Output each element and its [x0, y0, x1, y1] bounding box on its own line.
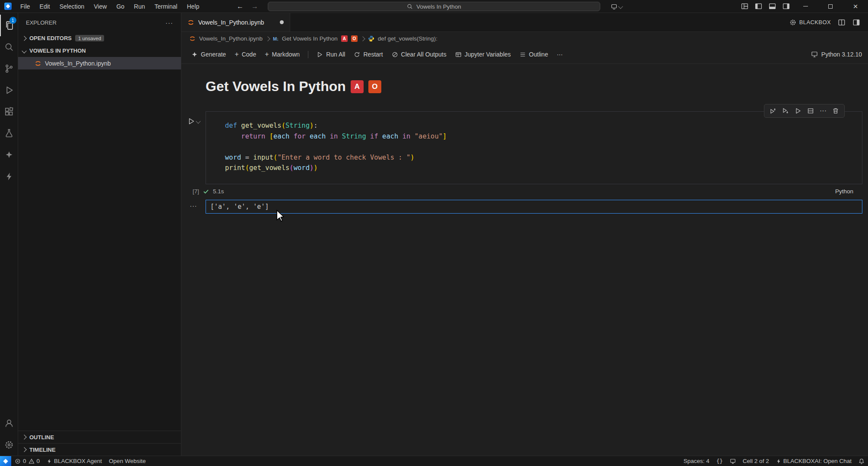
spaces-indicator[interactable]: Spaces: 4 [680, 456, 713, 466]
restart-button[interactable]: Restart [350, 49, 386, 60]
delete-cell-icon[interactable] [830, 106, 841, 116]
markdown-cell[interactable]: Get Vowels In Python A O [206, 79, 868, 94]
add-code-button[interactable]: + Code [231, 49, 260, 60]
code-editor[interactable]: def get_vowels(String): return [each for… [206, 111, 862, 184]
add-code-label: Code [242, 51, 256, 58]
statusbar-right: Spaces: 4 {} Cell 2 of 2 BLACKBOXAI: Ope… [680, 456, 868, 466]
breadcrumb-symbol[interactable]: def get_vowels(String): [378, 35, 437, 42]
sidebar-more-icon[interactable]: ··· [165, 19, 173, 26]
open-editors-section[interactable]: OPEN EDITORS 1 unsaved [18, 32, 181, 44]
extensions-icon [4, 107, 14, 116]
menu-help[interactable]: Help [182, 0, 204, 13]
jupyter-variables-button[interactable]: Jupyter Variables [451, 49, 515, 60]
toolbar-more-button[interactable]: ··· [553, 49, 567, 60]
open-website-button[interactable]: Open Website [105, 456, 149, 466]
activity-account[interactable] [0, 412, 18, 434]
run-cell-icon[interactable] [792, 106, 804, 116]
tab-notebook[interactable]: Vowels_In_Python.ipynb [181, 13, 290, 31]
menu-terminal[interactable]: Terminal [150, 0, 182, 13]
menu-go[interactable]: Go [111, 0, 129, 13]
problems-indicator[interactable]: 0 0 [11, 456, 43, 466]
run-all-button[interactable]: Run All [313, 49, 349, 60]
bell-icon[interactable] [855, 456, 868, 466]
add-markdown-button[interactable]: + Markdown [261, 49, 304, 60]
command-center-search[interactable]: Vowels In Python [268, 2, 600, 11]
restart-label: Restart [363, 51, 383, 58]
menu-view[interactable]: View [89, 0, 111, 13]
close-button[interactable]: × [843, 0, 868, 13]
customize-layout-icon[interactable] [738, 0, 751, 13]
activity-blackbox-ai[interactable] [0, 144, 18, 166]
activity-agent[interactable] [0, 166, 18, 187]
success-check-icon [203, 189, 209, 195]
minimize-button[interactable] [793, 0, 818, 13]
split-cell-icon[interactable] [805, 106, 816, 116]
folder-label: VOWELS IN PYTHON [29, 47, 86, 54]
menu-run[interactable]: Run [129, 0, 150, 13]
breadcrumb-section[interactable]: Get Vowels In Python [282, 35, 338, 42]
run-cell-icon[interactable] [187, 117, 195, 125]
more-icon: ··· [557, 51, 563, 58]
blackbox-logo-icon[interactable] [0, 456, 11, 466]
lightning-icon [776, 459, 781, 464]
remote-indicator-icon[interactable] [726, 456, 739, 466]
blackbox-agent-button[interactable]: BLACKBOX Agent [43, 456, 105, 466]
activity-extensions[interactable] [0, 101, 18, 123]
editor-area: Vowels_In_Python.ipynb BLACKBOX [181, 13, 868, 456]
explorer-sidebar: EXPLORER ··· OPEN EDITORS 1 unsaved VOWE… [18, 13, 181, 456]
activity-source-control[interactable] [0, 58, 18, 79]
folder-section[interactable]: VOWELS IN PYTHON [18, 44, 181, 57]
blackbox-settings-button[interactable]: BLACKBOX [789, 19, 831, 26]
execute-above-icon[interactable] [767, 106, 779, 116]
warning-count: 0 [37, 458, 40, 464]
ai-menu-button[interactable] [608, 1, 625, 12]
mouse-cursor [276, 210, 285, 222]
run-dropdown-icon[interactable] [196, 119, 200, 123]
outline-button[interactable]: Outline [516, 49, 552, 60]
gear-icon [789, 19, 796, 26]
activity-settings[interactable] [0, 434, 18, 456]
maximize-button[interactable] [818, 0, 843, 13]
modified-dot-icon[interactable] [280, 20, 284, 24]
output-box[interactable]: ['a', 'e', 'e'] [206, 200, 862, 214]
kernel-picker[interactable]: Python 3.12.10 [811, 51, 862, 58]
activity-testing[interactable] [0, 123, 18, 144]
toggle-panel-icon[interactable] [765, 0, 779, 13]
cell-position-indicator[interactable]: Cell 2 of 2 [739, 456, 773, 466]
file-item-notebook[interactable]: Vowels_In_Python.ipynb [18, 57, 181, 69]
badge-a: A [341, 35, 348, 42]
activity-run-debug[interactable] [0, 79, 18, 101]
split-editor-icon[interactable] [838, 19, 846, 26]
output-more-actions-icon[interactable]: ··· [181, 200, 206, 214]
menu-file[interactable]: File [16, 0, 35, 13]
open-chat-button[interactable]: BLACKBOXAI: Open Chat [773, 456, 855, 466]
outline-section[interactable]: OUTLINE [18, 431, 181, 443]
outline-label: OUTLINE [29, 434, 54, 441]
breadcrumb: Vowels_In_Python.ipynb M↓ Get Vowels In … [181, 32, 868, 45]
jupyter-file-icon [35, 60, 41, 67]
variables-table-icon [455, 51, 462, 58]
lightning-icon [5, 172, 13, 181]
menu-edit[interactable]: Edit [35, 0, 55, 13]
activity-explorer[interactable]: 1 [0, 15, 18, 36]
editor-layout-icon[interactable] [852, 19, 860, 26]
go-back-icon[interactable]: ← [237, 3, 244, 10]
menu-selection[interactable]: Selection [55, 0, 89, 13]
breadcrumb-file[interactable]: Vowels_In_Python.ipynb [199, 35, 263, 42]
cell-more-actions-icon[interactable]: ··· [817, 106, 829, 116]
toggle-primary-sidebar-icon[interactable] [751, 0, 765, 13]
toggle-secondary-sidebar-icon[interactable] [779, 0, 793, 13]
markdown-cell-icon: M↓ [273, 36, 279, 41]
language-mode-icon[interactable]: {} [713, 456, 726, 466]
clear-all-outputs-button[interactable]: Clear All Outputs [388, 49, 450, 60]
go-forward-icon[interactable]: → [251, 3, 258, 10]
activity-search[interactable] [0, 36, 18, 58]
timeline-section[interactable]: TIMELINE [18, 443, 181, 456]
execute-below-icon[interactable] [780, 106, 791, 116]
outline-label: Outline [529, 51, 548, 58]
generate-button[interactable]: Generate [187, 49, 230, 60]
sidebar-title: EXPLORER [26, 19, 57, 26]
cell-language-picker[interactable]: Python [835, 188, 853, 195]
clear-outputs-label: Clear All Outputs [401, 51, 447, 58]
run-all-label: Run All [326, 51, 345, 58]
